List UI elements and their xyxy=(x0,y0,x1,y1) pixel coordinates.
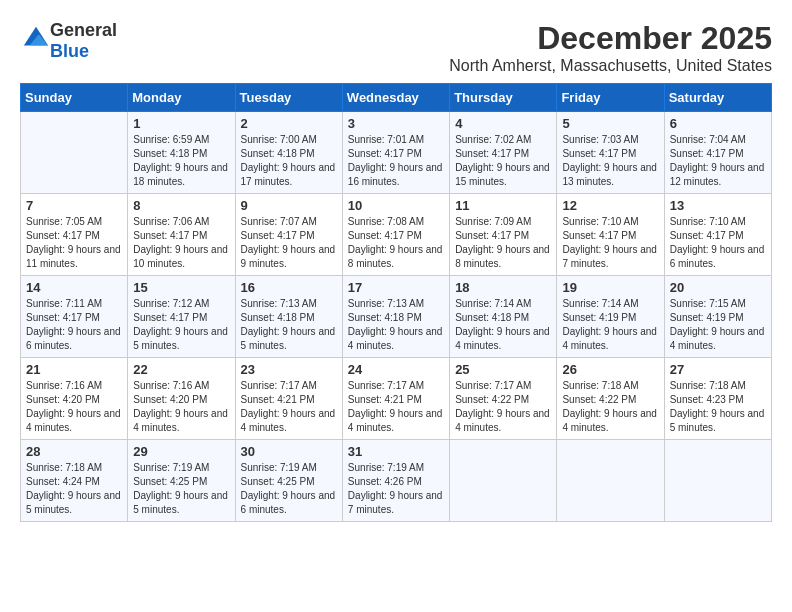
calendar-cell: 20Sunrise: 7:15 AMSunset: 4:19 PMDayligh… xyxy=(664,276,771,358)
calendar-cell: 25Sunrise: 7:17 AMSunset: 4:22 PMDayligh… xyxy=(450,358,557,440)
day-info: Sunrise: 7:18 AMSunset: 4:23 PMDaylight:… xyxy=(670,379,766,435)
day-number: 6 xyxy=(670,116,766,131)
day-info: Sunrise: 7:19 AMSunset: 4:25 PMDaylight:… xyxy=(241,461,337,517)
day-number: 11 xyxy=(455,198,551,213)
day-number: 3 xyxy=(348,116,444,131)
weekday-header-sunday: Sunday xyxy=(21,84,128,112)
location-title: North Amherst, Massachusetts, United Sta… xyxy=(449,57,772,75)
calendar-cell: 29Sunrise: 7:19 AMSunset: 4:25 PMDayligh… xyxy=(128,440,235,522)
calendar-week-5: 28Sunrise: 7:18 AMSunset: 4:24 PMDayligh… xyxy=(21,440,772,522)
calendar-cell: 16Sunrise: 7:13 AMSunset: 4:18 PMDayligh… xyxy=(235,276,342,358)
day-info: Sunrise: 7:06 AMSunset: 4:17 PMDaylight:… xyxy=(133,215,229,271)
day-number: 10 xyxy=(348,198,444,213)
logo-general: General xyxy=(50,20,117,40)
calendar-cell: 6Sunrise: 7:04 AMSunset: 4:17 PMDaylight… xyxy=(664,112,771,194)
day-info: Sunrise: 7:05 AMSunset: 4:17 PMDaylight:… xyxy=(26,215,122,271)
day-number: 2 xyxy=(241,116,337,131)
calendar-cell: 11Sunrise: 7:09 AMSunset: 4:17 PMDayligh… xyxy=(450,194,557,276)
day-info: Sunrise: 7:17 AMSunset: 4:21 PMDaylight:… xyxy=(241,379,337,435)
day-number: 5 xyxy=(562,116,658,131)
day-number: 1 xyxy=(133,116,229,131)
day-info: Sunrise: 7:04 AMSunset: 4:17 PMDaylight:… xyxy=(670,133,766,189)
day-info: Sunrise: 7:10 AMSunset: 4:17 PMDaylight:… xyxy=(670,215,766,271)
day-info: Sunrise: 7:13 AMSunset: 4:18 PMDaylight:… xyxy=(241,297,337,353)
day-number: 31 xyxy=(348,444,444,459)
weekday-header-tuesday: Tuesday xyxy=(235,84,342,112)
calendar-table: SundayMondayTuesdayWednesdayThursdayFrid… xyxy=(20,83,772,522)
calendar-cell: 9Sunrise: 7:07 AMSunset: 4:17 PMDaylight… xyxy=(235,194,342,276)
day-info: Sunrise: 7:02 AMSunset: 4:17 PMDaylight:… xyxy=(455,133,551,189)
calendar-cell: 10Sunrise: 7:08 AMSunset: 4:17 PMDayligh… xyxy=(342,194,449,276)
day-number: 24 xyxy=(348,362,444,377)
day-number: 13 xyxy=(670,198,766,213)
calendar-cell xyxy=(557,440,664,522)
calendar-body: 1Sunrise: 6:59 AMSunset: 4:18 PMDaylight… xyxy=(21,112,772,522)
calendar-cell: 7Sunrise: 7:05 AMSunset: 4:17 PMDaylight… xyxy=(21,194,128,276)
calendar-cell: 15Sunrise: 7:12 AMSunset: 4:17 PMDayligh… xyxy=(128,276,235,358)
logo-icon xyxy=(22,25,50,53)
day-info: Sunrise: 7:10 AMSunset: 4:17 PMDaylight:… xyxy=(562,215,658,271)
calendar-cell: 28Sunrise: 7:18 AMSunset: 4:24 PMDayligh… xyxy=(21,440,128,522)
calendar-cell: 22Sunrise: 7:16 AMSunset: 4:20 PMDayligh… xyxy=(128,358,235,440)
calendar-week-2: 7Sunrise: 7:05 AMSunset: 4:17 PMDaylight… xyxy=(21,194,772,276)
calendar-week-1: 1Sunrise: 6:59 AMSunset: 4:18 PMDaylight… xyxy=(21,112,772,194)
month-title: December 2025 xyxy=(449,20,772,57)
calendar-cell: 17Sunrise: 7:13 AMSunset: 4:18 PMDayligh… xyxy=(342,276,449,358)
calendar-cell: 1Sunrise: 6:59 AMSunset: 4:18 PMDaylight… xyxy=(128,112,235,194)
calendar-header-row: SundayMondayTuesdayWednesdayThursdayFrid… xyxy=(21,84,772,112)
day-number: 4 xyxy=(455,116,551,131)
day-number: 17 xyxy=(348,280,444,295)
calendar-cell xyxy=(450,440,557,522)
calendar-cell xyxy=(21,112,128,194)
calendar-cell: 23Sunrise: 7:17 AMSunset: 4:21 PMDayligh… xyxy=(235,358,342,440)
day-number: 20 xyxy=(670,280,766,295)
day-number: 19 xyxy=(562,280,658,295)
day-info: Sunrise: 7:01 AMSunset: 4:17 PMDaylight:… xyxy=(348,133,444,189)
calendar-cell: 13Sunrise: 7:10 AMSunset: 4:17 PMDayligh… xyxy=(664,194,771,276)
day-info: Sunrise: 7:16 AMSunset: 4:20 PMDaylight:… xyxy=(26,379,122,435)
day-number: 15 xyxy=(133,280,229,295)
logo-blue: Blue xyxy=(50,41,89,61)
day-info: Sunrise: 7:09 AMSunset: 4:17 PMDaylight:… xyxy=(455,215,551,271)
day-number: 16 xyxy=(241,280,337,295)
day-info: Sunrise: 7:14 AMSunset: 4:19 PMDaylight:… xyxy=(562,297,658,353)
day-info: Sunrise: 7:03 AMSunset: 4:17 PMDaylight:… xyxy=(562,133,658,189)
calendar-cell: 8Sunrise: 7:06 AMSunset: 4:17 PMDaylight… xyxy=(128,194,235,276)
day-number: 29 xyxy=(133,444,229,459)
day-info: Sunrise: 7:07 AMSunset: 4:17 PMDaylight:… xyxy=(241,215,337,271)
calendar-cell: 27Sunrise: 7:18 AMSunset: 4:23 PMDayligh… xyxy=(664,358,771,440)
calendar-cell: 18Sunrise: 7:14 AMSunset: 4:18 PMDayligh… xyxy=(450,276,557,358)
calendar-cell: 24Sunrise: 7:17 AMSunset: 4:21 PMDayligh… xyxy=(342,358,449,440)
day-info: Sunrise: 7:17 AMSunset: 4:22 PMDaylight:… xyxy=(455,379,551,435)
calendar-cell: 26Sunrise: 7:18 AMSunset: 4:22 PMDayligh… xyxy=(557,358,664,440)
day-info: Sunrise: 7:13 AMSunset: 4:18 PMDaylight:… xyxy=(348,297,444,353)
day-info: Sunrise: 7:08 AMSunset: 4:17 PMDaylight:… xyxy=(348,215,444,271)
day-number: 27 xyxy=(670,362,766,377)
day-info: Sunrise: 7:15 AMSunset: 4:19 PMDaylight:… xyxy=(670,297,766,353)
calendar-cell: 14Sunrise: 7:11 AMSunset: 4:17 PMDayligh… xyxy=(21,276,128,358)
day-info: Sunrise: 7:19 AMSunset: 4:26 PMDaylight:… xyxy=(348,461,444,517)
day-info: Sunrise: 7:00 AMSunset: 4:18 PMDaylight:… xyxy=(241,133,337,189)
day-info: Sunrise: 7:16 AMSunset: 4:20 PMDaylight:… xyxy=(133,379,229,435)
day-info: Sunrise: 7:18 AMSunset: 4:24 PMDaylight:… xyxy=(26,461,122,517)
day-number: 22 xyxy=(133,362,229,377)
calendar-cell: 12Sunrise: 7:10 AMSunset: 4:17 PMDayligh… xyxy=(557,194,664,276)
calendar-cell: 4Sunrise: 7:02 AMSunset: 4:17 PMDaylight… xyxy=(450,112,557,194)
calendar-cell: 5Sunrise: 7:03 AMSunset: 4:17 PMDaylight… xyxy=(557,112,664,194)
day-number: 23 xyxy=(241,362,337,377)
day-number: 12 xyxy=(562,198,658,213)
day-number: 7 xyxy=(26,198,122,213)
day-number: 30 xyxy=(241,444,337,459)
calendar-cell: 21Sunrise: 7:16 AMSunset: 4:20 PMDayligh… xyxy=(21,358,128,440)
day-number: 26 xyxy=(562,362,658,377)
day-number: 14 xyxy=(26,280,122,295)
calendar-cell xyxy=(664,440,771,522)
page-header: General Blue December 2025 North Amherst… xyxy=(20,20,772,75)
day-info: Sunrise: 7:19 AMSunset: 4:25 PMDaylight:… xyxy=(133,461,229,517)
day-number: 25 xyxy=(455,362,551,377)
title-block: December 2025 North Amherst, Massachuset… xyxy=(449,20,772,75)
day-info: Sunrise: 7:17 AMSunset: 4:21 PMDaylight:… xyxy=(348,379,444,435)
calendar-week-3: 14Sunrise: 7:11 AMSunset: 4:17 PMDayligh… xyxy=(21,276,772,358)
day-number: 18 xyxy=(455,280,551,295)
weekday-header-friday: Friday xyxy=(557,84,664,112)
